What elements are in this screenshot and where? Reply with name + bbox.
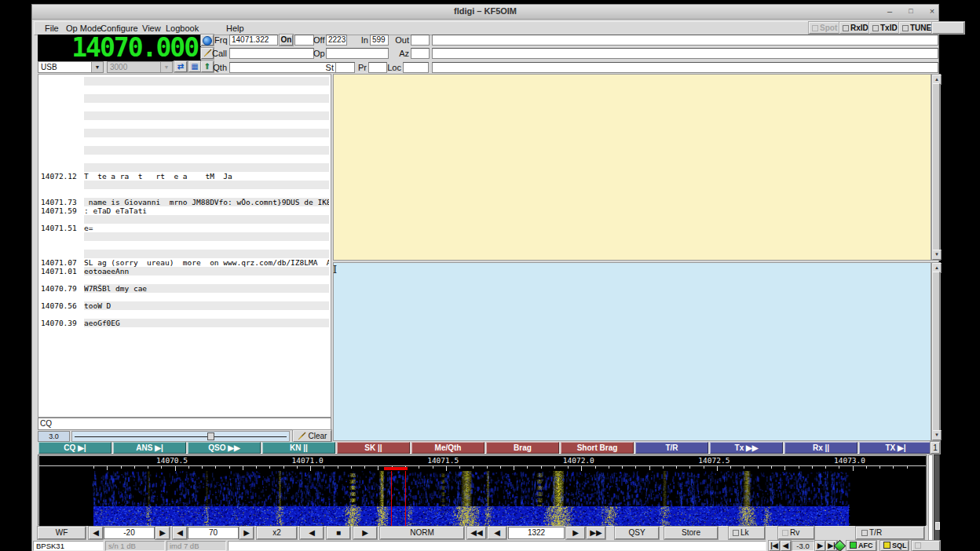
wf-mode-button[interactable]: WF [38, 527, 86, 539]
scroll-left-button[interactable]: ◀ [300, 527, 324, 539]
scroll-down-icon[interactable]: ▼ [932, 250, 942, 260]
tx-queue-line[interactable]: CQ [38, 418, 331, 430]
chevron-down-icon[interactable]: ▼ [91, 62, 103, 72]
macro-brag[interactable]: Brag [486, 442, 559, 454]
scale-tick [839, 466, 839, 469]
tune-button[interactable]: TUNE [899, 22, 937, 34]
range-down-button[interactable]: ◀ [173, 527, 187, 539]
scale-tick [324, 466, 324, 469]
macro-kn[interactable]: KN || [262, 442, 335, 454]
speed-slider[interactable] [71, 431, 290, 442]
shift-down-button[interactable]: ◀ [781, 541, 791, 551]
scale-tick [473, 466, 474, 469]
scale-tick [283, 466, 284, 469]
checkbox-icon [915, 542, 921, 549]
macro-me-qth[interactable]: Me/Qth [411, 442, 485, 454]
level-down-button[interactable]: ◀ [89, 527, 103, 539]
rx-text-panel[interactable] [333, 74, 931, 261]
shift-min-button[interactable]: |◀ [769, 541, 780, 551]
blank-button [932, 22, 964, 34]
center-button[interactable]: ■ [327, 527, 350, 539]
az-field[interactable] [411, 48, 430, 59]
time-off-field[interactable]: 2223 [326, 35, 347, 46]
macro-qso[interactable]: QSO ▶▶ [188, 442, 261, 454]
save-log-button[interactable]: ▦ [188, 61, 201, 72]
afc-button[interactable]: AFC [847, 541, 876, 551]
slider-handle[interactable] [207, 432, 214, 440]
st-field[interactable] [335, 62, 355, 73]
carrier-left-button[interactable]: ◀ [488, 527, 506, 539]
on-button[interactable]: On [280, 35, 293, 46]
macro-tx[interactable]: Tx ▶▶ [710, 442, 783, 454]
minimize-icon[interactable]: – [883, 5, 896, 17]
speed-button[interactable]: NORM [380, 527, 464, 539]
tx-text-panel[interactable] [333, 262, 931, 441]
rx-scrollbar[interactable]: ▲ ▼ [931, 74, 941, 261]
scroll-down-icon[interactable]: ▼ [932, 430, 942, 440]
scale-tick [893, 466, 894, 469]
menu-file[interactable]: File [42, 23, 62, 35]
country-field[interactable] [432, 62, 938, 73]
carrier-field[interactable]: 1322 [508, 527, 565, 539]
status-bar: BPSK31 s/n 1 dB imd 7 dB |◀ ◀ -3.0 ▶ ▶| … [32, 541, 940, 551]
qrz-lookup-button[interactable] [201, 35, 214, 46]
pr-field[interactable] [368, 62, 387, 73]
frq-field[interactable]: 14071.322 [229, 35, 278, 46]
scale-tick [704, 466, 704, 469]
macro-ans[interactable]: ANS ▶| [113, 442, 186, 454]
name-field[interactable] [432, 48, 938, 59]
rx-scroll-thumb[interactable] [932, 83, 940, 251]
carrier-right-button[interactable]: ▶ [566, 527, 585, 539]
tx-scroll-thumb[interactable] [932, 272, 940, 432]
tr-button[interactable]: T/R [856, 527, 924, 539]
clear-tx-button[interactable]: Clear [293, 430, 331, 442]
scale-tick [433, 466, 433, 469]
loc-field[interactable] [403, 62, 429, 73]
mode-status[interactable]: BPSK31 [33, 541, 104, 551]
title-bar[interactable]: fldigi – KF5OIM – □ × [32, 5, 938, 20]
rst-in-field[interactable]: 599 [370, 35, 389, 46]
sql-button[interactable]: SQL [880, 541, 909, 551]
macro-set-button[interactable]: 1 [931, 442, 940, 454]
fldigi-window: fldigi – KF5OIM – □ × File Op Mode Confi… [31, 4, 939, 551]
level-up-button[interactable]: ▶ [155, 527, 170, 539]
menu-help[interactable]: Help [223, 23, 247, 35]
frequency-display[interactable]: 14070.000 [38, 35, 201, 61]
waterfall[interactable]: 14070.514071.014071.514072.014072.514073… [38, 454, 927, 526]
browser-row-freq: 14071.01 [41, 267, 82, 276]
mode-combo[interactable]: USB▼ [38, 61, 104, 73]
macro-sk[interactable]: SK || [337, 442, 410, 454]
scale-tick [419, 466, 419, 469]
waterfall-display[interactable] [39, 471, 926, 526]
lock-button[interactable]: Lk [729, 527, 765, 539]
time-on-field[interactable] [294, 35, 314, 46]
call-field[interactable] [229, 48, 314, 59]
range-field[interactable]: 70 [188, 527, 239, 539]
sync-button[interactable]: ⇄ [174, 61, 187, 72]
browser-row-text: e= [84, 224, 329, 232]
rst-out-field[interactable] [411, 35, 430, 46]
store-button[interactable]: Store [664, 527, 718, 539]
waterfall-level-slider[interactable] [934, 454, 940, 541]
scale-tick [595, 466, 596, 469]
op-field[interactable] [326, 48, 389, 59]
carrier-rew-button[interactable]: ◀◀ [467, 527, 486, 539]
tx-scrollbar[interactable]: ▲ ▼ [931, 262, 941, 441]
carrier-fwd-button[interactable]: ▶▶ [587, 527, 605, 539]
macro-tr[interactable]: T/R [635, 442, 708, 454]
macro-cq[interactable]: CQ ▶| [38, 442, 112, 454]
slider-handle[interactable] [935, 522, 940, 530]
shift-up-button[interactable]: ▶ [815, 541, 825, 551]
zoom-button[interactable]: x2 [257, 527, 297, 539]
range-up-button[interactable]: ▶ [240, 527, 254, 539]
scale-tick [514, 466, 514, 470]
broom-icon [298, 432, 306, 440]
close-icon[interactable]: × [926, 5, 938, 17]
macro-rx[interactable]: Rx || [784, 442, 858, 454]
scroll-right-button[interactable]: ▶ [353, 527, 377, 539]
upper-level-field[interactable]: -20 [104, 527, 155, 539]
maximize-icon[interactable]: □ [905, 5, 917, 17]
macro-txx[interactable]: TX ▶| [859, 442, 932, 454]
notes-field[interactable] [432, 35, 938, 46]
macro-short-brag[interactable]: Short Brag [561, 442, 634, 454]
